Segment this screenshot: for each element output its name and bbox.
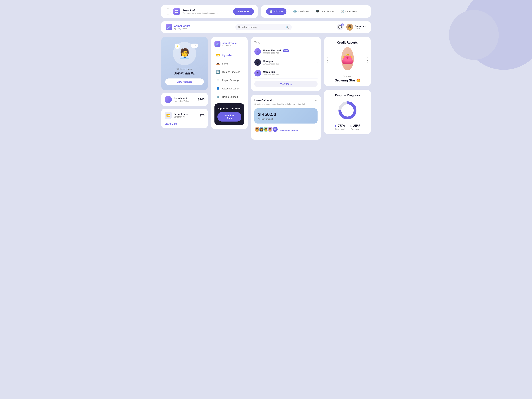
tx-arrow-hunter[interactable]: › [317, 50, 317, 53]
credit-illustration: 👛 [341, 47, 354, 70]
calc-options[interactable]: ··· [315, 99, 317, 102]
loan-amount-label: All loan amount [258, 118, 314, 120]
sidebar-brand: ☄️ comet wallet by Orely Studio [215, 41, 244, 47]
project-info-card: ‹ Project Info There are many variations… [161, 5, 258, 18]
sidebar-item-report-earnings[interactable]: 📋 Report Earnings [215, 76, 244, 84]
project-icon [173, 8, 180, 15]
tx-arrow-hexagon[interactable]: › [317, 61, 317, 64]
people-row: 👦 👧 🧑 👨 18 [254, 127, 278, 132]
removed-value: 25% [350, 124, 361, 128]
transactions-card: Today ✓ Hunter Macbook New 063873347859-… [251, 37, 321, 91]
calc-title: Loan Calculator [254, 99, 274, 102]
inbox-icon: 📥 [216, 62, 220, 65]
tx-arrow-marco[interactable]: › [317, 72, 317, 75]
removed-dot [350, 125, 352, 127]
svg-rect-2 [175, 12, 177, 13]
welcome-card: ⭐ 🧑‍💼 ✓ ≡ Welcome back, Jonathan W. View… [161, 37, 208, 90]
project-text: Project Info There are many variations o… [183, 9, 231, 14]
credit-reports-title: Credit Reports [328, 41, 367, 44]
sidebar-item-account-settings[interactable]: 👤 Account Settings [215, 85, 244, 92]
search-icon: 🔍 [285, 25, 289, 29]
donut-chart [337, 101, 357, 120]
star-badge: ⭐ [175, 44, 180, 49]
character-area: ⭐ 🧑‍💼 ✓ ≡ [173, 42, 196, 65]
loans-label: Other loans [174, 113, 188, 116]
credit-subtitle: You are [328, 75, 367, 78]
new-badge: New [283, 49, 289, 52]
installment-left: ✓ Installment Samantha William [165, 96, 190, 103]
other-loans-icon: 🕐 [341, 10, 344, 13]
welcome-greeting: Welcome back, [165, 68, 204, 70]
brand-subtitle: by Orely Studio [174, 28, 190, 30]
sidebar-brand-text: comet wallet by Orely Studio [222, 42, 237, 46]
tx-info-marco: Marco Ruiz 063873347859-645 [263, 71, 315, 76]
sidebar-brand-name: comet wallet [222, 42, 237, 44]
welcome-name: Jonathan W. [165, 71, 204, 76]
calc-subtitle: Select the amount needed and the reimbur… [254, 103, 317, 105]
search-input[interactable] [238, 26, 284, 28]
premium-button[interactable]: Premium Plan [217, 112, 241, 121]
credit-prev-button[interactable]: ‹ [327, 57, 328, 63]
project-title: Project Info [183, 9, 231, 12]
stat-generated: 75% Generated [335, 124, 345, 130]
installment-sublabel: Samantha William [174, 100, 190, 102]
left-column: ⭐ 🧑‍💼 ✓ ≡ Welcome back, Jonathan W. View… [161, 37, 208, 128]
learn-more-link[interactable]: Learn More → [165, 121, 204, 125]
character-illustration: 🧑‍💼 [178, 48, 191, 59]
tx-info-hexagon: Hexagon 924693249950-860 [263, 60, 315, 65]
settings-icon: 👤 [216, 87, 220, 90]
svg-rect-0 [175, 10, 177, 11]
generated-label: Generated [335, 128, 345, 130]
view-more-people[interactable]: View More people [280, 129, 298, 132]
sidebar-item-help-support[interactable]: ⚙️ Help & Support [215, 93, 244, 101]
sidebar-brand-subtitle: by Orely Studio [222, 44, 237, 46]
credit-reports-card: Credit Reports ‹ 👛 › You are Growing Sta… [324, 37, 371, 86]
installment-label: Installment [174, 97, 190, 100]
help-icon: ⚙️ [216, 95, 220, 99]
notification-button[interactable]: 💬 2 [337, 24, 343, 30]
search-bar[interactable]: 🔍 [235, 24, 292, 30]
loans-text: Other loans Jonathan W. [174, 113, 188, 118]
loans-amount: $20 [200, 114, 204, 117]
user-text: Jonathan admin [355, 25, 366, 30]
svg-rect-1 [177, 10, 178, 11]
tab-loan-for-car[interactable]: 🖥️ Loan for Car [316, 10, 334, 13]
tab-all-types[interactable]: 📋 All Types [266, 8, 286, 15]
sidebar-item-my-wallet[interactable]: 💳 My Wallet [215, 51, 244, 59]
back-button[interactable]: ‹ [165, 8, 171, 14]
generated-dot [335, 125, 336, 127]
loan-amount-box: $ 450.50 All loan amount [254, 108, 317, 124]
tab-other-loans[interactable]: 🕐 Other loans [341, 10, 357, 13]
loan-tabs-card: 📋 All Types ⚙️ Installment 🖥️ Loan for C… [261, 5, 371, 18]
other-loans-card: 💳 Other loans Jonathan W. $20 Learn More… [161, 109, 208, 128]
user-role: admin [355, 27, 366, 30]
view-more-button[interactable]: View More [233, 8, 254, 15]
other-loans-left: 💳 Other loans Jonathan W. [165, 112, 188, 119]
sidebar-item-dispute-progress[interactable]: 🔄 Dispute Progress [215, 68, 244, 76]
transactions-date-label: Today [254, 41, 317, 44]
tab-installment[interactable]: ⚙️ Installment [293, 10, 309, 13]
brand-icon: ☄️ [166, 24, 172, 30]
sidebar-item-inbox[interactable]: 📥 Inbox [215, 60, 244, 68]
credit-next-button[interactable]: › [367, 57, 368, 63]
person-avatar-4: 👨 [267, 127, 273, 132]
all-types-icon: 📋 [269, 10, 273, 13]
other-loans-top: 💳 Other loans Jonathan W. $20 [165, 112, 204, 119]
avatar: 👨 [346, 24, 353, 31]
car-loan-icon: 🖥️ [316, 10, 320, 13]
calc-header: Loan Calculator ··· [254, 99, 317, 102]
view-analysis-button[interactable]: View Analysis [165, 78, 204, 85]
loans-icon: 💳 [165, 112, 172, 119]
installment-amount: $240 [198, 98, 204, 101]
loans-sublabel: Jonathan W. [174, 116, 188, 118]
upgrade-title: Upgrade Your Plan [217, 107, 241, 110]
credit-reports-nav: ‹ 👛 › [328, 47, 367, 73]
view-more-transactions[interactable]: View More [254, 81, 317, 87]
brand-text: comet wallet by Orely Studio [174, 25, 190, 30]
center-column: Today ✓ Hunter Macbook New 063873347859-… [251, 37, 321, 140]
dispute-progress-card: Dispute Progress 75% Generated [324, 90, 371, 134]
project-subtitle: There are many variations of passages. [183, 12, 231, 14]
tx-name-hexagon: Hexagon [263, 60, 315, 63]
tx-id-hunter: 063873347859-798 [263, 52, 315, 54]
credit-status: Growing Star 🤩 [328, 78, 367, 82]
